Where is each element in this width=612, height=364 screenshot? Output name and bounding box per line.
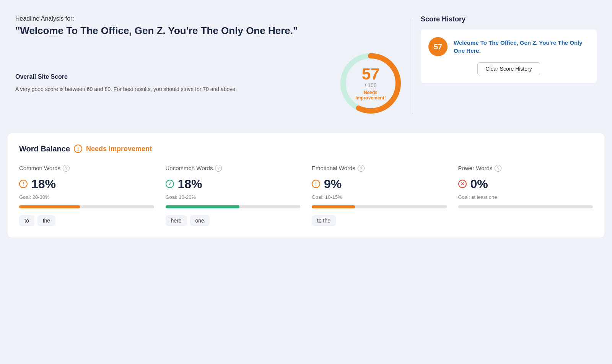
history-score-badge: 57	[428, 37, 448, 56]
power-words-header: Power Words ?	[458, 165, 593, 172]
score-description: A very good score is between 60 and 80. …	[15, 85, 321, 93]
emotional-words-goal: Goal: 10-15%	[312, 194, 447, 200]
word-categories: Common Words ? ! 18% Goal: 20-30% to the…	[19, 165, 593, 226]
section-header: Word Balance ! Needs improvement	[19, 145, 593, 153]
emotional-words-help-icon[interactable]: ?	[358, 165, 365, 172]
history-headline-text: Welcome To The Office, Gen Z. You're The…	[454, 39, 589, 55]
donut-center: 57 / 100 Needs Improvement!	[353, 66, 388, 101]
uncommon-words-help-icon[interactable]: ?	[215, 165, 222, 172]
donut-status: Needs Improvement!	[353, 90, 388, 101]
emotional-words-pct: 9%	[324, 177, 342, 191]
power-words-pct: 0%	[470, 177, 488, 191]
donut-max: / 100	[353, 82, 388, 88]
uncommon-words-label: Uncommon Words	[166, 165, 213, 171]
uncommon-words-status-icon: ✓	[166, 180, 174, 188]
power-words-percentage: ✕ 0%	[458, 177, 593, 191]
emotional-words-header: Emotional Words ?	[312, 165, 447, 172]
word-balance-section: Word Balance ! Needs improvement Common …	[8, 133, 604, 237]
common-words-header: Common Words ?	[19, 165, 154, 172]
emotional-words-progress-fill	[312, 205, 355, 208]
uncommon-words-progress-bar	[166, 205, 301, 208]
common-words-label: Common Words	[19, 165, 60, 171]
needs-improvement-text: Needs improvement	[86, 145, 152, 153]
category-emotional-words: Emotional Words ? ! 9% Goal: 10-15% to t…	[312, 165, 447, 226]
emotional-words-status-icon: !	[312, 180, 320, 188]
emotional-words-percentage: ! 9%	[312, 177, 447, 191]
vertical-divider	[413, 19, 413, 114]
uncommon-words-pct: 18%	[178, 177, 202, 191]
score-area: Overall Site Score A very good score is …	[15, 49, 405, 118]
emotional-words-label: Emotional Words	[312, 165, 355, 171]
donut-score: 57	[353, 66, 388, 82]
word-tag: to	[19, 215, 34, 226]
history-card: 57 Welcome To The Office, Gen Z. You're …	[421, 29, 597, 83]
uncommon-words-tags: here one	[166, 215, 301, 226]
power-words-status-icon: ✕	[458, 180, 467, 188]
uncommon-words-progress-fill	[166, 205, 240, 208]
word-tag: one	[190, 215, 210, 226]
common-words-help-icon[interactable]: ?	[63, 165, 70, 172]
common-words-progress-bar	[19, 205, 154, 208]
uncommon-words-goal: Goal: 10-20%	[166, 194, 301, 200]
warning-icon: !	[74, 145, 82, 153]
category-uncommon-words: Uncommon Words ? ✓ 18% Goal: 10-20% here…	[166, 165, 301, 226]
category-power-words: Power Words ? ✕ 0% Goal: at least one	[458, 165, 593, 226]
top-section: Headline Analysis for: "Welcome To The O…	[8, 8, 604, 125]
history-item: 57 Welcome To The Office, Gen Z. You're …	[428, 37, 589, 56]
word-tag: the	[37, 215, 55, 226]
common-words-goal: Goal: 20-30%	[19, 194, 154, 200]
power-words-label: Power Words	[458, 165, 493, 171]
score-donut: 57 / 100 Needs Improvement!	[336, 49, 405, 118]
headline-label: Headline Analysis for:	[15, 15, 405, 22]
emotional-words-tags: to the	[312, 215, 447, 226]
section-title: Word Balance	[19, 145, 70, 153]
word-tag: to the	[312, 215, 336, 226]
clear-score-history-button[interactable]: Clear Score History	[477, 62, 540, 75]
headline-analysis-panel: Headline Analysis for: "Welcome To The O…	[15, 15, 405, 118]
uncommon-words-percentage: ✓ 18%	[166, 177, 301, 191]
common-words-percentage: ! 18%	[19, 177, 154, 191]
common-words-pct: 18%	[31, 177, 56, 191]
headline-title: "Welcome To The Office, Gen Z. You're Th…	[15, 24, 405, 37]
category-common-words: Common Words ? ! 18% Goal: 20-30% to the	[19, 165, 154, 226]
power-words-progress-bar	[458, 205, 593, 208]
word-tag: here	[166, 215, 187, 226]
score-history-panel: Score History 57 Welcome To The Office, …	[421, 15, 597, 118]
emotional-words-progress-bar	[312, 205, 447, 208]
score-text-block: Overall Site Score A very good score is …	[15, 73, 321, 93]
uncommon-words-header: Uncommon Words ?	[166, 165, 301, 172]
power-words-goal: Goal: at least one	[458, 194, 593, 200]
power-words-help-icon[interactable]: ?	[495, 165, 501, 172]
score-history-title: Score History	[421, 15, 597, 23]
overall-score-label: Overall Site Score	[15, 73, 321, 80]
common-words-tags: to the	[19, 215, 154, 226]
common-words-progress-fill	[19, 205, 80, 208]
common-words-status-icon: !	[19, 180, 28, 188]
